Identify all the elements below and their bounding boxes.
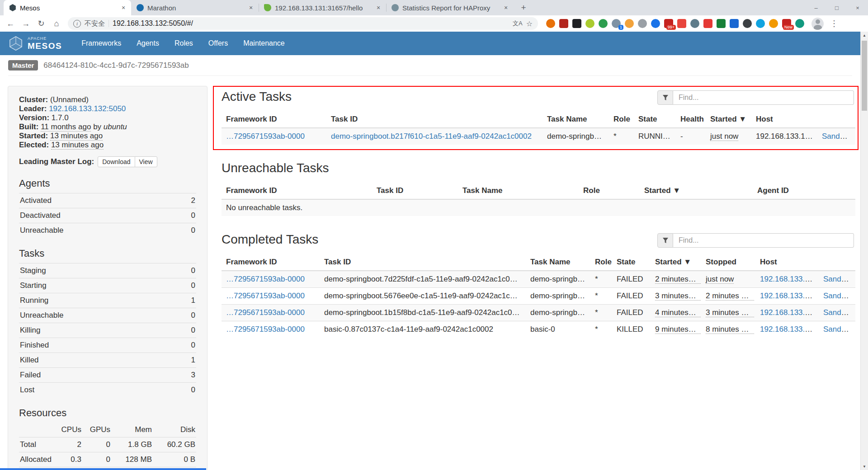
- new-tab-button[interactable]: +: [517, 1, 530, 14]
- extension-icon[interactable]: [795, 19, 804, 28]
- nav-item-frameworks[interactable]: Frameworks: [74, 32, 129, 55]
- url-text[interactable]: 192.168.133.132:5050/#/: [113, 19, 509, 28]
- col-host[interactable]: Host: [755, 254, 819, 271]
- col-task-id[interactable]: Task ID: [326, 111, 542, 128]
- extension-icon[interactable]: [585, 19, 594, 28]
- col-host[interactable]: Host: [751, 111, 817, 128]
- extension-icon[interactable]: [756, 19, 765, 28]
- extension-icon[interactable]: [599, 19, 608, 28]
- extension-icon[interactable]: [651, 19, 660, 28]
- browser-menu-icon[interactable]: ⋮: [830, 19, 838, 28]
- filter-icon[interactable]: [657, 90, 673, 105]
- extension-icon[interactable]: [638, 19, 647, 28]
- extension-icon[interactable]: [730, 19, 739, 28]
- nav-item-maintenance[interactable]: Maintenance: [236, 32, 292, 55]
- extension-icon[interactable]: [717, 19, 726, 28]
- sandbox-link[interactable]: Sandbox: [823, 275, 854, 283]
- maximize-button[interactable]: □: [826, 0, 847, 15]
- col-started[interactable]: Started ▼: [651, 254, 701, 271]
- resources-row-total: Total 2 0 1.8 GB 60.2 GB: [19, 437, 196, 452]
- tab-marathon[interactable]: Marathon ×: [131, 0, 259, 15]
- nav-item-roles[interactable]: Roles: [167, 32, 201, 55]
- sandbox-link[interactable]: Sandbox: [823, 325, 854, 334]
- mesos-brand[interactable]: APACHE MESOS: [8, 36, 62, 51]
- extension-icon[interactable]: [559, 19, 568, 28]
- col-started[interactable]: Started ▼: [706, 111, 751, 128]
- col-state[interactable]: State: [612, 254, 651, 271]
- col-task-id[interactable]: Task ID: [320, 254, 526, 271]
- framework-id-link[interactable]: …7295671593ab-0000: [226, 291, 305, 300]
- tab-mesos[interactable]: Mesos ×: [4, 0, 131, 15]
- tab-close-icon[interactable]: ×: [247, 4, 255, 12]
- started-label: Started:: [19, 132, 48, 140]
- extension-icon[interactable]: [690, 19, 699, 28]
- extension-icon[interactable]: [743, 19, 752, 28]
- extension-icon[interactable]: [769, 19, 778, 28]
- extension-icon[interactable]: 1: [612, 19, 621, 28]
- extension-icon[interactable]: [703, 19, 712, 28]
- col-role[interactable]: Role: [609, 111, 634, 128]
- page-scrollbar[interactable]: ▲ ▼: [860, 32, 868, 470]
- nav-item-agents[interactable]: Agents: [129, 32, 167, 55]
- col-started[interactable]: Started ▼: [640, 183, 753, 199]
- extension-icon[interactable]: [677, 19, 686, 28]
- address-bar[interactable]: i 不安全 192.168.133.132:5050/#/ 文A ☆: [68, 17, 538, 30]
- col-role[interactable]: Role: [579, 183, 640, 199]
- col-task-name[interactable]: Task Name: [542, 111, 609, 128]
- scrollbar-thumb[interactable]: [862, 41, 867, 111]
- col-task-id[interactable]: Task ID: [372, 183, 458, 199]
- tab-close-icon[interactable]: ×: [374, 4, 382, 12]
- filter-icon[interactable]: [657, 233, 673, 248]
- translate-icon[interactable]: 文A: [513, 19, 523, 28]
- extension-icon[interactable]: [572, 19, 581, 28]
- host-link[interactable]: 192.168.133.130: [760, 325, 818, 334]
- host-link[interactable]: 192.168.133.130: [760, 308, 818, 317]
- framework-id-link[interactable]: …7295671593ab-0000: [226, 132, 305, 141]
- completed-tasks-find-input[interactable]: [673, 233, 854, 248]
- tab-close-icon[interactable]: ×: [502, 4, 510, 12]
- scrollbar-up-icon[interactable]: ▲: [861, 32, 868, 39]
- forward-icon[interactable]: →: [19, 17, 33, 30]
- col-state[interactable]: State: [634, 111, 676, 128]
- res-label: Allocated: [20, 455, 53, 464]
- sandbox-link[interactable]: Sandbox: [823, 308, 854, 317]
- col-framework-id[interactable]: Framework ID: [222, 254, 320, 271]
- close-button[interactable]: ×: [847, 0, 868, 15]
- sandbox-link[interactable]: Sandbox: [823, 291, 854, 300]
- host-link[interactable]: 192.168.133.130: [760, 291, 818, 300]
- col-health[interactable]: Health: [676, 111, 706, 128]
- tab-haproxy[interactable]: Statistics Report for HAProxy ×: [386, 0, 514, 15]
- log-download-button[interactable]: Download: [98, 156, 135, 167]
- sandbox-link[interactable]: Sandbox: [822, 132, 852, 141]
- tab-spring-hello[interactable]: 192.168.133.131:31657/hello ×: [259, 0, 386, 15]
- col-framework-id[interactable]: Framework ID: [222, 183, 372, 199]
- reload-icon[interactable]: ↻: [34, 17, 48, 30]
- col-stopped[interactable]: Stopped: [701, 254, 755, 271]
- extension-icon[interactable]: [625, 19, 634, 28]
- active-tasks-find-input[interactable]: [673, 90, 854, 105]
- extension-icon[interactable]: [546, 19, 555, 28]
- tab-close-icon[interactable]: ×: [119, 4, 127, 12]
- log-view-button[interactable]: View: [135, 156, 157, 167]
- col-task-name[interactable]: Task Name: [526, 254, 590, 271]
- minimize-button[interactable]: –: [806, 0, 826, 15]
- framework-id-link[interactable]: …7295671593ab-0000: [226, 325, 305, 334]
- col-framework-id[interactable]: Framework ID: [222, 111, 326, 128]
- info-icon[interactable]: i: [73, 20, 81, 28]
- extension-icon[interactable]: New: [782, 19, 791, 28]
- task-id-link[interactable]: demo-springboot.b217f610-c1a5-11e9-aaf9-…: [331, 132, 532, 141]
- back-icon[interactable]: ←: [4, 17, 17, 30]
- col-task-name[interactable]: Task Name: [458, 183, 579, 199]
- profile-avatar[interactable]: [811, 18, 824, 30]
- home-icon[interactable]: ⌂: [50, 17, 63, 30]
- extension-icon[interactable]: 99+: [664, 19, 673, 28]
- leader-link[interactable]: 192.168.133.132:5050: [49, 104, 126, 113]
- col-agent-id[interactable]: Agent ID: [753, 183, 855, 199]
- host-link[interactable]: 192.168.133.131: [760, 275, 818, 283]
- col-role[interactable]: Role: [590, 254, 612, 271]
- framework-id-link[interactable]: …7295671593ab-0000: [226, 275, 305, 283]
- nav-item-offers[interactable]: Offers: [201, 32, 236, 55]
- bookmark-star-icon[interactable]: ☆: [526, 19, 533, 28]
- framework-id-link[interactable]: …7295671593ab-0000: [226, 308, 305, 317]
- scrollbar-down-icon[interactable]: ▼: [861, 463, 868, 470]
